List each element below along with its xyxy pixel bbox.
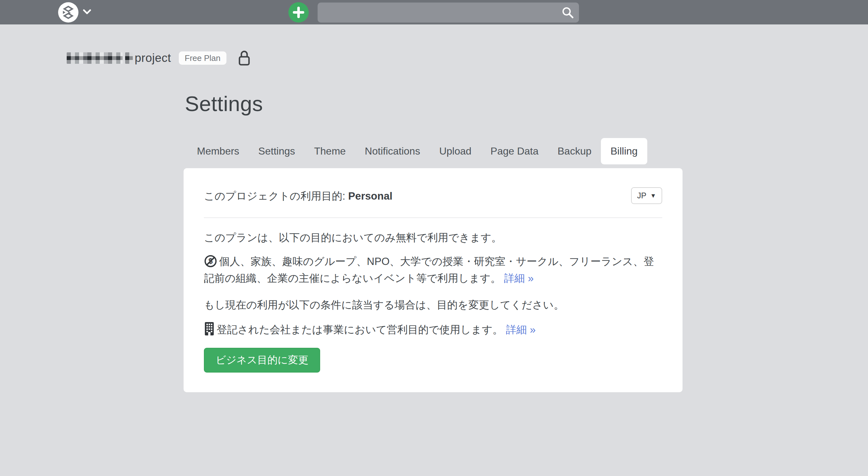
project-header: project Free Plan xyxy=(67,50,251,66)
change-notice-text: もし現在の利用が以下の条件に該当する場合は、目的を変更してください。 xyxy=(204,298,662,312)
search-input[interactable] xyxy=(318,3,557,23)
settings-tab-bar: Members Settings Theme Notifications Upl… xyxy=(187,138,647,164)
no-money-icon: $ xyxy=(204,254,217,271)
tab-backup[interactable]: Backup xyxy=(548,138,601,164)
scrapbox-logo-icon[interactable] xyxy=(58,2,79,23)
plan-badge: Free Plan xyxy=(179,52,227,65)
language-selector[interactable]: JP ▼ xyxy=(631,187,662,204)
tab-members[interactable]: Members xyxy=(187,138,249,164)
business-use-condition: 登記された会社または事業において営利目的で使用します。 詳細 » xyxy=(204,321,662,340)
purpose-label: このプロジェクトの利用目的: xyxy=(204,190,348,202)
search-bar[interactable] xyxy=(318,3,579,23)
search-icon xyxy=(561,6,575,20)
purpose-value: Personal xyxy=(348,190,392,202)
tab-billing[interactable]: Billing xyxy=(601,138,647,164)
page-title: Settings xyxy=(185,91,263,116)
project-purpose-text: このプロジェクトの利用目的: Personal xyxy=(204,187,393,203)
business-detail-link[interactable]: 詳細 » xyxy=(506,324,536,335)
project-title[interactable]: project xyxy=(135,52,171,65)
tab-notifications[interactable]: Notifications xyxy=(355,138,430,164)
tab-settings[interactable]: Settings xyxy=(249,138,305,164)
lock-icon xyxy=(237,50,251,66)
language-selected-value: JP xyxy=(637,191,646,200)
scrapbox-logo-glyph xyxy=(61,5,75,20)
tab-upload[interactable]: Upload xyxy=(430,138,481,164)
personal-use-condition: $ 個人、家族、趣味のグループ、NPO、大学での授業・研究室・サークル、フリーラ… xyxy=(204,254,662,285)
new-page-button[interactable] xyxy=(288,2,309,23)
change-to-business-button[interactable]: ビジネス目的に変更 xyxy=(204,348,320,373)
search-submit-button[interactable] xyxy=(557,3,579,23)
plus-icon xyxy=(292,6,305,19)
personal-detail-link[interactable]: 詳細 » xyxy=(504,272,534,284)
divider xyxy=(204,217,662,218)
business-condition-text: 登記された会社または事業において営利目的で使用します。 xyxy=(217,324,503,335)
tab-theme[interactable]: Theme xyxy=(305,138,355,164)
billing-panel: このプロジェクトの利用目的: Personal JP ▼ このプランは、以下の目… xyxy=(184,168,683,392)
tab-page-data[interactable]: Page Data xyxy=(481,138,548,164)
chevron-down-icon xyxy=(83,9,91,16)
project-switcher[interactable] xyxy=(58,2,91,23)
caret-down-icon: ▼ xyxy=(650,192,656,199)
top-navigation-bar xyxy=(0,0,868,25)
office-building-icon xyxy=(204,321,215,340)
redacted-project-name xyxy=(67,53,123,64)
plan-intro-text: このプランは、以下の目的においてのみ無料で利用できます。 xyxy=(204,231,662,245)
personal-condition-text: 個人、家族、趣味のグループ、NPO、大学での授業・研究室・サークル、フリーランス… xyxy=(204,256,654,284)
redacted-project-name xyxy=(125,53,133,64)
purpose-row: このプロジェクトの利用目的: Personal JP ▼ xyxy=(204,187,662,204)
